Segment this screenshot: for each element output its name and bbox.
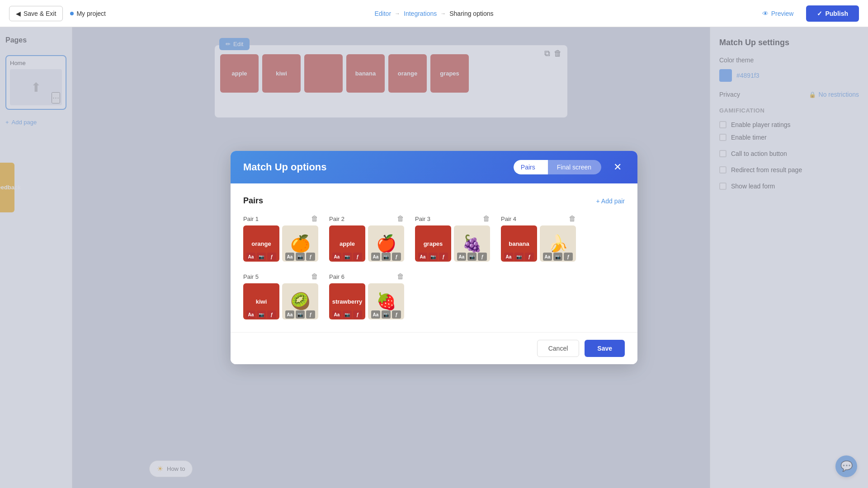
image-ctrl-img[interactable]: 📷	[296, 253, 305, 261]
modal-close-button[interactable]: ✕	[610, 160, 625, 174]
pair-1-text-card: orange Aa 📷 ƒ	[243, 225, 279, 262]
pair-3-delete-button[interactable]: 🗑	[483, 215, 490, 223]
preview-label: Preview	[771, 10, 794, 17]
text-ctrl[interactable]: Aa	[332, 310, 341, 319]
pair-5-image-card: 🥝 Aa 📷 ƒ	[282, 283, 318, 319]
tab-final-screen[interactable]: Final screen	[548, 160, 601, 174]
image-ctrl-img[interactable]: 📷	[382, 253, 391, 261]
modal-title: Match Up options	[243, 161, 505, 173]
cancel-button[interactable]: Cancel	[537, 340, 580, 357]
pair-1-text-controls: Aa 📷 ƒ	[243, 253, 279, 261]
pair-6-delete-button[interactable]: 🗑	[397, 272, 404, 281]
pair-group-1: Pair 1 🗑 orange Aa 📷 ƒ	[243, 215, 318, 262]
text-ctrl-img[interactable]: Aa	[543, 253, 552, 261]
pair-4-delete-button[interactable]: 🗑	[569, 215, 576, 223]
integrations-link[interactable]: Integrations	[404, 10, 437, 17]
fx-ctrl[interactable]: ƒ	[439, 253, 448, 261]
pair-5-delete-button[interactable]: 🗑	[311, 272, 318, 281]
pair-4-emoji: 🍌	[548, 234, 568, 253]
pairs-header: Pairs + Add pair	[243, 196, 625, 206]
pair-group-4: Pair 4 🗑 banana Aa 📷 ƒ	[501, 215, 576, 262]
sharing-link[interactable]: Sharing options	[449, 10, 493, 17]
pair-4-label: Pair 4	[501, 216, 516, 222]
save-button[interactable]: Save	[585, 340, 625, 357]
fx-ctrl[interactable]: ƒ	[267, 253, 276, 261]
image-ctrl[interactable]: 📷	[429, 253, 438, 261]
modal-header: Match Up options Pairs Final screen ✕	[231, 151, 637, 183]
text-ctrl-img[interactable]: Aa	[285, 310, 294, 319]
fx-ctrl[interactable]: ƒ	[267, 310, 276, 319]
pair-3-img-controls: Aa 📷 ƒ	[454, 253, 490, 261]
modal-footer: Cancel Save	[231, 332, 637, 364]
pair-1-delete-button[interactable]: 🗑	[311, 215, 318, 223]
fx-ctrl-img[interactable]: ƒ	[564, 253, 573, 261]
text-ctrl-img[interactable]: Aa	[371, 253, 380, 261]
pair-1-label: Pair 1	[243, 216, 259, 222]
save-exit-label: Save & Exit	[24, 10, 56, 17]
text-ctrl[interactable]: Aa	[504, 253, 513, 261]
fx-ctrl-img[interactable]: ƒ	[392, 310, 401, 319]
pair-1-emoji: 🍊	[290, 234, 311, 253]
image-ctrl-img[interactable]: 📷	[553, 253, 562, 261]
check-icon: ✓	[817, 10, 822, 17]
text-ctrl[interactable]: Aa	[246, 253, 255, 261]
pair-3-image-card: 🍇 Aa 📷 ƒ	[454, 225, 490, 262]
publish-button[interactable]: ✓ Publish	[806, 5, 859, 22]
image-ctrl[interactable]: 📷	[343, 253, 352, 261]
pair-1-label-row: Pair 1 🗑	[243, 215, 318, 223]
save-exit-button[interactable]: ◀ Save & Exit	[9, 6, 63, 21]
pair-3-text-card: grapes Aa 📷 ƒ	[415, 225, 451, 262]
pair-5-text-card: kiwi Aa 📷 ƒ	[243, 283, 279, 319]
text-ctrl-img[interactable]: Aa	[285, 253, 294, 261]
nav-right: 👁 Preview ✓ Publish	[755, 5, 859, 22]
fx-ctrl-img[interactable]: ƒ	[392, 253, 401, 261]
text-ctrl[interactable]: Aa	[246, 310, 255, 319]
editor-link[interactable]: Editor	[374, 10, 391, 17]
pair-5-img-controls: Aa 📷 ƒ	[282, 310, 318, 319]
text-ctrl[interactable]: Aa	[418, 253, 427, 261]
add-pair-button[interactable]: + Add pair	[596, 197, 625, 205]
preview-button[interactable]: 👁 Preview	[755, 6, 801, 21]
tab-pairs[interactable]: Pairs	[514, 160, 548, 174]
fx-ctrl-img[interactable]: ƒ	[306, 253, 315, 261]
pair-1-image-card: 🍊 Aa 📷 ƒ	[282, 225, 318, 262]
image-ctrl[interactable]: 📷	[343, 310, 352, 319]
eye-icon: 👁	[762, 10, 769, 17]
image-ctrl[interactable]: 📷	[257, 253, 266, 261]
pair-3-text: grapes	[422, 239, 445, 249]
text-ctrl-img[interactable]: Aa	[457, 253, 466, 261]
pair-4-text-card: banana Aa 📷 ƒ	[501, 225, 537, 262]
pair-1-img-controls: Aa 📷 ƒ	[282, 253, 318, 261]
fx-ctrl-img[interactable]: ƒ	[478, 253, 487, 261]
pair-5-label-row: Pair 5 🗑	[243, 272, 318, 281]
pair-2-img-controls: Aa 📷 ƒ	[368, 253, 404, 261]
pair-2-text-card: apple Aa 📷 ƒ	[329, 225, 365, 262]
pair-2-controls: Aa 📷 ƒ	[329, 253, 365, 261]
modal-tabs: Pairs Final screen	[514, 160, 601, 174]
pair-5-text: kiwi	[254, 296, 269, 307]
image-ctrl[interactable]: 📷	[257, 310, 266, 319]
fx-ctrl[interactable]: ƒ	[525, 253, 534, 261]
pair-4-label-row: Pair 4 🗑	[501, 215, 576, 223]
tab-final-screen-label: Final screen	[557, 164, 591, 171]
fx-ctrl[interactable]: ƒ	[353, 310, 362, 319]
fx-ctrl-img[interactable]: ƒ	[306, 310, 315, 319]
pair-2-cards: apple Aa 📷 ƒ 🍎 Aa 📷	[329, 225, 404, 262]
pair-4-controls: Aa 📷 ƒ	[501, 253, 537, 261]
image-ctrl-img[interactable]: 📷	[382, 310, 391, 319]
image-ctrl-img[interactable]: 📷	[467, 253, 476, 261]
pair-group-3: Pair 3 🗑 grapes Aa 📷 ƒ	[415, 215, 490, 262]
pair-6-image-card: 🍓 Aa 📷 ƒ	[368, 283, 404, 319]
fx-ctrl[interactable]: ƒ	[353, 253, 362, 261]
text-ctrl-img[interactable]: Aa	[371, 310, 380, 319]
image-ctrl-img[interactable]: 📷	[296, 310, 305, 319]
text-ctrl[interactable]: Aa	[332, 253, 341, 261]
pair-4-text: banana	[507, 239, 531, 249]
pairs-grid: Pair 1 🗑 orange Aa 📷 ƒ	[243, 215, 625, 319]
pair-group-6: Pair 6 🗑 strawberry Aa 📷 ƒ	[329, 272, 404, 319]
pair-group-5: Pair 5 🗑 kiwi Aa 📷 ƒ	[243, 272, 318, 319]
pair-2-delete-button[interactable]: 🗑	[397, 215, 404, 223]
pair-1-text: orange	[250, 239, 273, 249]
image-ctrl[interactable]: 📷	[514, 253, 524, 261]
project-dot-icon	[70, 12, 74, 15]
